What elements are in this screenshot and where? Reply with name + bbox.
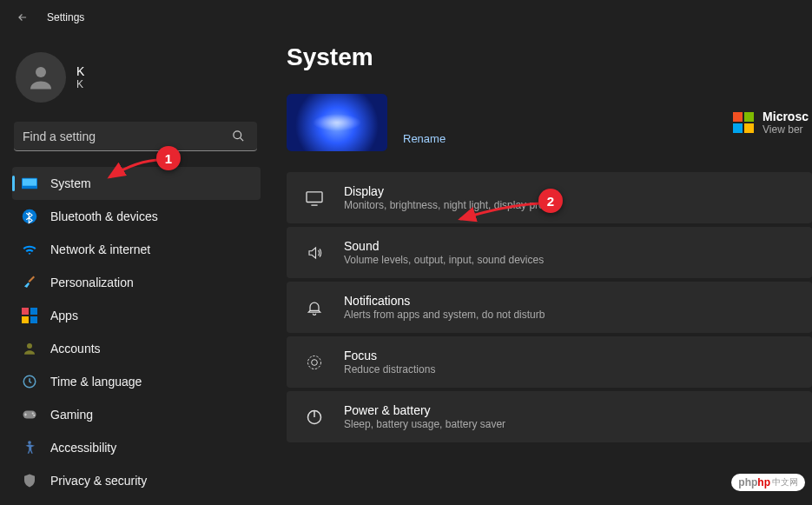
bell-icon: [302, 296, 327, 320]
card-sub: Alerts from apps and system, do not dist…: [344, 309, 545, 321]
svg-point-5: [23, 209, 37, 224]
sidebar-item-network[interactable]: Network & internet: [12, 233, 261, 266]
svg-rect-9: [30, 316, 37, 323]
clock-globe-icon: [21, 373, 38, 390]
gaming-icon: [21, 406, 38, 423]
svg-rect-6: [22, 308, 29, 315]
sidebar-item-label: Network & internet: [50, 243, 150, 256]
svg-point-10: [27, 343, 32, 349]
svg-line-2: [240, 137, 243, 141]
sidebar-item-accounts[interactable]: Accounts: [12, 332, 261, 365]
svg-point-13: [32, 412, 34, 414]
accessibility-icon: [21, 439, 38, 456]
sidebar-item-personalization[interactable]: Personalization: [12, 266, 261, 299]
svg-rect-4: [23, 179, 36, 186]
profile-name: K: [76, 64, 84, 78]
sidebar-item-label: System: [50, 176, 91, 190]
microsoft-365-card[interactable]: Microsc View ber: [733, 110, 809, 136]
card-sub: Volume levels, output, input, sound devi…: [344, 254, 544, 266]
avatar: [16, 52, 66, 103]
apps-icon: [21, 307, 38, 324]
rename-link[interactable]: Rename: [403, 132, 446, 145]
sidebar-item-system[interactable]: System: [12, 167, 261, 200]
sidebar-item-gaming[interactable]: Gaming: [12, 398, 261, 431]
card-title: Display: [344, 184, 558, 198]
sound-icon: [302, 241, 327, 265]
profile-sub: K: [76, 78, 84, 90]
card-sound[interactable]: Sound Volume levels, output, input, soun…: [287, 227, 812, 278]
card-sub: Reduce distractions: [344, 363, 435, 375]
svg-rect-16: [307, 191, 322, 202]
svg-point-18: [308, 355, 321, 369]
sidebar-item-label: Bluetooth & devices: [50, 209, 158, 223]
display-icon: [302, 186, 327, 210]
sidebar-item-time-language[interactable]: Time & language: [12, 365, 261, 398]
card-title: Notifications: [344, 294, 545, 308]
sidebar-item-label: Accounts: [50, 342, 101, 355]
card-title: Power & battery: [344, 403, 505, 417]
sidebar-item-label: Time & language: [50, 375, 142, 389]
ms365-title: Microsc: [762, 110, 809, 123]
back-button[interactable]: [14, 9, 31, 26]
header-title: Settings: [47, 11, 84, 23]
annotation-2: 2: [538, 189, 563, 213]
svg-point-19: [312, 359, 318, 365]
card-power-battery[interactable]: Power & battery Sleep, battery usage, ba…: [287, 391, 812, 442]
bluetooth-icon: [21, 208, 38, 225]
sidebar-item-label: Personalization: [50, 276, 134, 289]
focus-icon: [302, 350, 327, 375]
card-focus[interactable]: Focus Reduce distractions: [287, 336, 812, 388]
sidebar-item-bluetooth[interactable]: Bluetooth & devices: [12, 200, 261, 233]
system-icon: [21, 175, 38, 192]
device-thumbnail: [287, 94, 387, 151]
accounts-icon: [21, 340, 38, 357]
wifi-icon: [21, 241, 38, 258]
ms365-sub: View ber: [762, 123, 809, 136]
sidebar-item-label: Privacy & security: [50, 474, 147, 488]
sidebar-item-label: Accessibility: [50, 441, 116, 455]
annotation-1: 1: [156, 146, 181, 170]
card-sub: Monitors, brightness, night light, displ…: [344, 199, 558, 211]
card-title: Focus: [344, 349, 435, 362]
page-title: System: [287, 43, 812, 71]
profile[interactable]: K K: [12, 52, 261, 103]
svg-rect-8: [22, 316, 29, 323]
watermark: phphp中文网: [731, 474, 805, 491]
paintbrush-icon: [21, 274, 38, 291]
search-input[interactable]: [14, 122, 257, 151]
power-icon: [302, 405, 327, 429]
microsoft-logo-icon: [733, 112, 754, 133]
svg-point-14: [33, 415, 35, 416]
card-notifications[interactable]: Notifications Alerts from apps and syste…: [287, 282, 812, 333]
sidebar-item-label: Apps: [50, 309, 78, 322]
svg-point-1: [234, 131, 241, 139]
svg-point-0: [36, 67, 46, 77]
shield-icon: [21, 472, 38, 489]
sidebar-item-label: Gaming: [50, 408, 93, 422]
sidebar-item-apps[interactable]: Apps: [12, 299, 261, 332]
card-sub: Sleep, battery usage, battery saver: [344, 418, 505, 430]
sidebar-item-privacy[interactable]: Privacy & security: [12, 464, 261, 497]
search-icon: [232, 130, 245, 146]
svg-point-15: [28, 441, 31, 444]
card-title: Sound: [344, 239, 544, 253]
svg-rect-7: [30, 308, 37, 315]
sidebar-item-accessibility[interactable]: Accessibility: [12, 431, 261, 464]
